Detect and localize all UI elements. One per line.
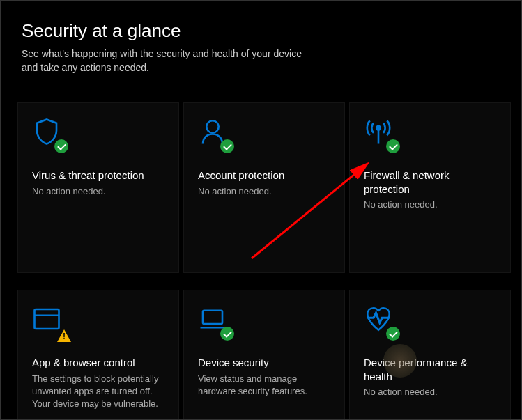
header: Security at a glance See what's happenin…	[1, 1, 521, 86]
tile-desc: No action needed.	[364, 386, 496, 398]
checkmark-badge-icon	[386, 327, 400, 341]
svg-rect-5	[203, 311, 222, 324]
tiles-row-2: App & browser control The settings to bl…	[1, 273, 521, 420]
checkmark-badge-icon	[220, 327, 234, 341]
tile-desc: The settings to block potentially unwant…	[32, 373, 164, 411]
laptop-icon	[198, 304, 233, 339]
tile-desc: View status and manage hardware security…	[198, 373, 330, 398]
account-protection-tile[interactable]: Account protection No action needed.	[183, 102, 345, 273]
tile-title: App & browser control	[32, 356, 164, 370]
tile-desc: No action needed.	[364, 199, 496, 211]
tile-title: Device performance & health	[364, 356, 496, 383]
firewall-network-protection-tile[interactable]: Firewall & network protection No action …	[349, 102, 511, 273]
window-icon	[32, 304, 67, 339]
tile-title: Virus & threat protection	[32, 169, 164, 182]
tile-desc: No action needed.	[32, 185, 164, 198]
tile-desc: No action needed.	[198, 185, 330, 198]
device-security-tile[interactable]: Device security View status and manage h…	[183, 290, 345, 420]
tile-title: Account protection	[198, 169, 330, 182]
warning-badge-icon	[57, 329, 71, 342]
page-title: Security at a glance	[22, 20, 500, 42]
device-performance-health-tile[interactable]: Device performance & health No action ne…	[349, 290, 511, 420]
checkmark-badge-icon	[54, 139, 68, 153]
tile-title: Firewall & network protection	[364, 169, 496, 196]
shield-icon	[32, 117, 67, 152]
checkmark-badge-icon	[220, 139, 234, 153]
app-browser-control-tile[interactable]: App & browser control The settings to bl…	[17, 290, 179, 420]
page-subtitle: See what's happening with the security a…	[22, 47, 314, 75]
heart-pulse-icon	[364, 304, 399, 339]
svg-point-0	[206, 120, 219, 133]
svg-rect-3	[35, 309, 59, 329]
antenna-icon	[364, 117, 399, 152]
virus-threat-protection-tile[interactable]: Virus & threat protection No action need…	[17, 102, 179, 273]
tile-title: Device security	[198, 356, 330, 370]
tiles-row-1: Virus & threat protection No action need…	[1, 86, 521, 273]
person-icon	[198, 117, 233, 152]
checkmark-badge-icon	[386, 139, 400, 153]
